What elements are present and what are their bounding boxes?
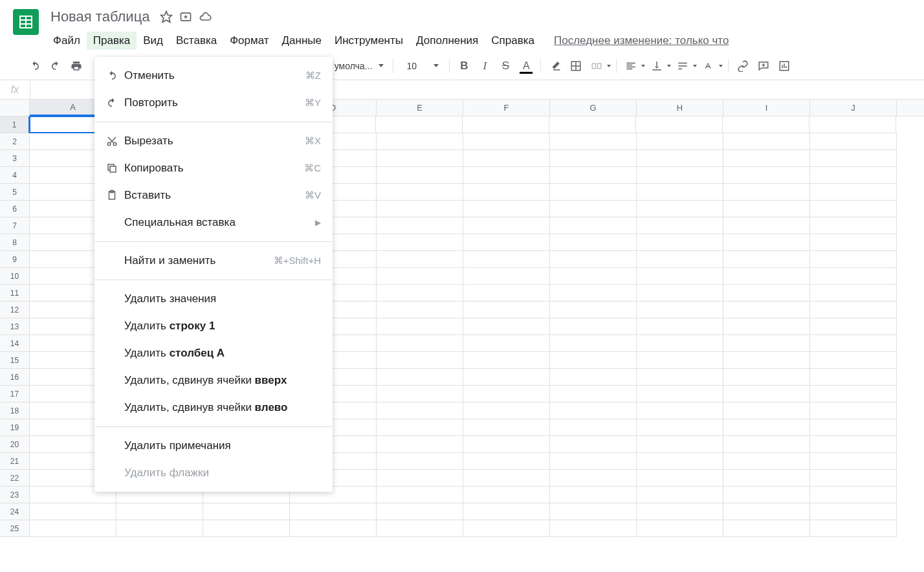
cell[interactable] (377, 302, 463, 318)
fill-color-button[interactable] (546, 57, 564, 75)
column-header[interactable]: F (463, 100, 550, 116)
bold-button[interactable]: B (455, 57, 473, 75)
cell[interactable] (463, 184, 550, 201)
cell[interactable] (377, 453, 463, 470)
cell[interactable] (203, 520, 290, 537)
cell[interactable] (810, 369, 897, 386)
menu-инструменты[interactable]: Инструменты (328, 32, 410, 50)
cell[interactable] (637, 369, 723, 386)
cell[interactable] (637, 184, 723, 201)
cell[interactable] (637, 470, 723, 487)
cell[interactable] (463, 201, 550, 217)
undo-button[interactable] (26, 57, 44, 75)
move-icon[interactable] (179, 10, 192, 23)
cell[interactable] (723, 436, 810, 453)
row-header[interactable]: 11 (0, 285, 30, 302)
cell[interactable] (463, 487, 550, 503)
cell[interactable] (723, 184, 810, 201)
cell[interactable] (810, 268, 897, 285)
cell[interactable] (637, 217, 723, 234)
cell[interactable] (377, 268, 463, 285)
cell[interactable] (809, 116, 896, 133)
cell[interactable] (463, 470, 550, 487)
cell[interactable] (550, 352, 637, 369)
row-header[interactable]: 4 (0, 167, 30, 184)
cell[interactable] (637, 234, 723, 251)
cell[interactable] (550, 436, 637, 453)
cell[interactable] (377, 470, 463, 487)
cell[interactable] (550, 402, 637, 419)
cell[interactable] (810, 335, 897, 352)
row-header[interactable]: 5 (0, 184, 30, 201)
menu-item[interactable]: Вырезать⌘X (94, 127, 333, 155)
cell[interactable] (723, 369, 810, 386)
cell[interactable] (723, 487, 810, 503)
cell[interactable] (377, 386, 463, 402)
cloud-icon[interactable] (199, 10, 212, 23)
row-header[interactable]: 23 (0, 487, 30, 503)
menu-данные[interactable]: Данные (276, 32, 328, 50)
cell[interactable] (637, 352, 723, 369)
cell[interactable] (463, 251, 550, 268)
cell[interactable] (550, 335, 637, 352)
cell[interactable] (723, 251, 810, 268)
document-title[interactable]: Новая таблица (47, 7, 153, 27)
cell[interactable] (723, 302, 810, 318)
text-wrap-button[interactable] (674, 57, 697, 75)
cell[interactable] (810, 318, 897, 335)
menu-item[interactable]: Найти и заменить⌘+Shift+H (94, 247, 333, 274)
cell[interactable] (810, 436, 897, 453)
last-change-link[interactable]: Последнее изменение: только что (554, 34, 729, 47)
column-header[interactable]: E (377, 100, 463, 116)
cell[interactable] (463, 352, 550, 369)
cell[interactable] (550, 369, 637, 386)
font-size-dropdown[interactable]: 10 (399, 61, 444, 71)
select-all-corner[interactable] (0, 100, 30, 116)
row-header[interactable]: 17 (0, 386, 30, 402)
cell[interactable] (30, 520, 116, 537)
menu-формат[interactable]: Формат (223, 32, 275, 50)
cell[interactable] (637, 167, 723, 184)
cell[interactable] (723, 470, 810, 487)
cell[interactable] (377, 184, 463, 201)
cell[interactable] (723, 268, 810, 285)
cell[interactable] (116, 520, 203, 537)
cell[interactable] (637, 419, 723, 436)
menu-item[interactable]: Отменить⌘Z (94, 62, 333, 89)
cell[interactable] (723, 217, 810, 234)
cell[interactable] (463, 234, 550, 251)
text-color-button[interactable]: A (517, 57, 535, 75)
cell[interactable] (377, 520, 463, 537)
menu-item[interactable]: Удалить значения (94, 285, 333, 313)
cell[interactable] (723, 352, 810, 369)
cell[interactable] (810, 419, 897, 436)
cell[interactable] (723, 150, 810, 167)
cell[interactable] (723, 335, 810, 352)
cell[interactable] (550, 487, 637, 503)
cell[interactable] (377, 352, 463, 369)
cell[interactable] (810, 487, 897, 503)
row-header[interactable]: 19 (0, 419, 30, 436)
cell[interactable] (723, 503, 810, 520)
cell[interactable] (550, 251, 637, 268)
cell[interactable] (810, 402, 897, 419)
cell[interactable] (463, 116, 549, 133)
row-header[interactable]: 14 (0, 335, 30, 352)
cell[interactable] (723, 201, 810, 217)
cell[interactable] (377, 402, 463, 419)
menu-item[interactable]: Удалить столбец A (94, 340, 333, 367)
cell[interactable] (463, 285, 550, 302)
cell[interactable] (116, 503, 203, 520)
cell[interactable] (637, 150, 723, 167)
cell[interactable] (637, 503, 723, 520)
menu-item[interactable]: Вставить⌘V (94, 182, 333, 209)
cell[interactable] (810, 302, 897, 318)
cell[interactable] (723, 116, 809, 133)
cell[interactable] (30, 503, 116, 520)
text-rotation-button[interactable] (699, 57, 723, 75)
cell[interactable] (723, 386, 810, 402)
cell[interactable] (810, 234, 897, 251)
menu-правка[interactable]: Правка (87, 32, 137, 50)
cell[interactable] (637, 318, 723, 335)
cell[interactable] (463, 302, 550, 318)
